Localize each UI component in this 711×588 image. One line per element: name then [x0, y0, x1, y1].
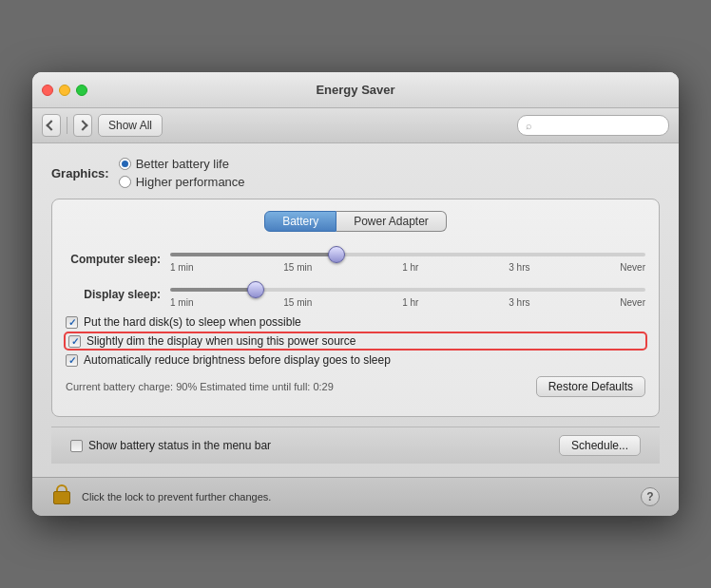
- back-arrow-icon: [46, 120, 56, 130]
- display-sleep-ticks: 1 min 15 min 1 hr 3 hrs Never: [170, 297, 645, 308]
- restore-defaults-button[interactable]: Restore Defaults: [536, 376, 645, 397]
- forward-arrow-icon: [77, 120, 87, 130]
- radio-label-higher-perf: Higher performance: [136, 175, 245, 189]
- radio-label-battery-life: Better battery life: [136, 157, 229, 171]
- minimize-button[interactable]: [59, 85, 70, 96]
- tick-1min: 1 min: [170, 262, 193, 273]
- toolbar: Show All ⌕: [32, 108, 679, 143]
- schedule-button[interactable]: Schedule...: [559, 435, 641, 456]
- computer-sleep-label: Computer sleep:: [66, 253, 161, 266]
- computer-sleep-slider-container: 1 min 15 min 1 hr 3 hrs Never: [170, 245, 645, 273]
- forward-button[interactable]: [73, 114, 92, 137]
- bottom-bar: Show battery status in the menu bar Sche…: [51, 427, 660, 464]
- display-sleep-label: Display sleep:: [66, 288, 161, 301]
- computer-sleep-track[interactable]: [170, 253, 645, 256]
- radio-button-battery-life[interactable]: [119, 158, 131, 170]
- tick-never: Never: [620, 262, 645, 273]
- window-title: Energy Saver: [316, 83, 394, 97]
- maximize-button[interactable]: [76, 85, 87, 96]
- radio-button-higher-perf[interactable]: [119, 176, 131, 188]
- show-battery-row[interactable]: Show battery status in the menu bar: [70, 439, 551, 452]
- graphics-label: Graphics:: [51, 166, 109, 180]
- help-button[interactable]: ?: [641, 487, 660, 506]
- show-battery-label: Show battery status in the menu bar: [88, 439, 271, 452]
- tick-3hrs-2: 3 hrs: [509, 297, 529, 308]
- search-box[interactable]: ⌕: [517, 115, 669, 136]
- footer: Click the lock to prevent further change…: [32, 477, 679, 516]
- title-bar: Energy Saver: [32, 72, 679, 108]
- checkbox-dim-display-label: Slightly dim the display when using this…: [86, 334, 356, 348]
- checkbox-auto-brightness[interactable]: [66, 354, 78, 367]
- checkbox-auto-brightness-row[interactable]: Automatically reduce brightness before d…: [66, 353, 645, 367]
- checkbox-auto-brightness-label: Automatically reduce brightness before d…: [84, 353, 391, 367]
- search-icon: ⌕: [526, 120, 532, 131]
- graphics-row: Graphics: Better battery life Higher per…: [51, 157, 660, 189]
- back-button[interactable]: [42, 114, 61, 137]
- lock-body: [53, 491, 70, 504]
- computer-sleep-ticks: 1 min 15 min 1 hr 3 hrs Never: [170, 262, 645, 273]
- checkbox-hdd-sleep[interactable]: [66, 316, 78, 329]
- display-sleep-thumb[interactable]: [247, 281, 264, 298]
- checkbox-dim-display-row[interactable]: Slightly dim the display when using this…: [66, 333, 645, 349]
- tick-1hr-2: 1 hr: [402, 297, 418, 308]
- tab-battery[interactable]: Battery: [264, 211, 336, 232]
- status-text: Current battery charge: 90% Estimated ti…: [66, 381, 334, 392]
- display-sleep-track[interactable]: [170, 288, 645, 292]
- tab-panel: Battery Power Adapter Computer sleep: 1 …: [51, 199, 660, 417]
- checkbox-hdd-sleep-label: Put the hard disk(s) to sleep when possi…: [84, 315, 301, 329]
- traffic-lights: [42, 85, 87, 96]
- checkbox-hdd-sleep-row[interactable]: Put the hard disk(s) to sleep when possi…: [66, 315, 645, 329]
- tick-15min-2: 15 min: [283, 297, 312, 308]
- tick-never-2: Never: [620, 297, 645, 308]
- tab-bar: Battery Power Adapter: [66, 211, 645, 232]
- checkbox-show-battery[interactable]: [70, 440, 83, 452]
- lock-text: Click the lock to prevent further change…: [82, 491, 631, 503]
- tick-15min: 15 min: [283, 262, 312, 273]
- close-button[interactable]: [42, 85, 53, 96]
- content-area: Graphics: Better battery life Higher per…: [32, 143, 679, 477]
- lock-icon[interactable]: [51, 484, 72, 509]
- computer-sleep-thumb[interactable]: [328, 246, 345, 263]
- radio-item-higher-perf[interactable]: Higher performance: [119, 175, 245, 189]
- computer-sleep-row: Computer sleep: 1 min 15 min 1 hr 3 hrs …: [66, 245, 645, 273]
- display-sleep-slider-container: 1 min 15 min 1 hr 3 hrs Never: [170, 280, 645, 308]
- tick-1min-2: 1 min: [170, 297, 193, 308]
- tick-3hrs: 3 hrs: [509, 262, 529, 273]
- display-sleep-row: Display sleep: 1 min 15 min 1 hr 3 hrs N…: [66, 280, 645, 308]
- radio-item-battery-life[interactable]: Better battery life: [119, 157, 245, 171]
- tab-power-adapter[interactable]: Power Adapter: [336, 211, 447, 232]
- checkbox-dim-display[interactable]: [68, 335, 81, 348]
- graphics-radio-group: Better battery life Higher performance: [119, 157, 245, 189]
- tick-1hr: 1 hr: [402, 262, 418, 273]
- show-all-button[interactable]: Show All: [98, 114, 163, 137]
- checkboxes: Put the hard disk(s) to sleep when possi…: [66, 315, 645, 367]
- main-window: Energy Saver Show All ⌕ Graphics: Better…: [32, 72, 679, 516]
- nav-divider: [67, 117, 67, 134]
- status-bar: Current battery charge: 90% Estimated ti…: [66, 376, 645, 397]
